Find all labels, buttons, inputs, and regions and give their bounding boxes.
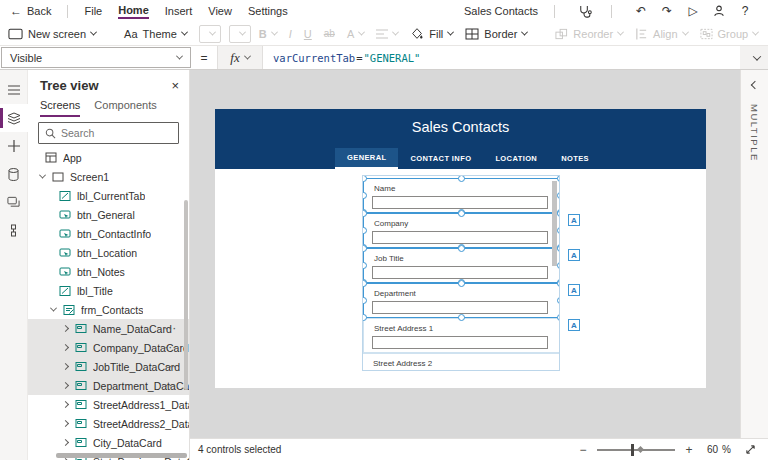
- selection-handle[interactable]: [458, 210, 465, 217]
- font-family-select[interactable]: [199, 25, 221, 43]
- selection-handle[interactable]: [557, 192, 560, 199]
- undo-icon[interactable]: ↶: [628, 4, 654, 18]
- tree-item-lbl-title[interactable]: lbl_Title: [28, 281, 189, 300]
- text-field-badge[interactable]: A: [568, 284, 580, 296]
- streetaddress2-datacard[interactable]: Street Address 2: [363, 353, 560, 371]
- tree-item-lbl-currenttab[interactable]: lbl_CurrentTab: [28, 186, 189, 205]
- tree-vertical-scrollbar[interactable]: [184, 200, 188, 390]
- app-tab-location[interactable]: LOCATION: [483, 148, 549, 169]
- company-datacard[interactable]: Company: [363, 213, 560, 248]
- chevron-collapsed-icon[interactable]: [62, 420, 69, 427]
- tree-item-screen1[interactable]: Screen1: [28, 167, 189, 186]
- text-field-badge[interactable]: A: [568, 249, 580, 261]
- data-sources-icon[interactable]: [0, 160, 28, 188]
- hamburger-menu-icon[interactable]: [0, 76, 28, 104]
- selection-handle[interactable]: [362, 210, 367, 217]
- tree-item-department-datacard[interactable]: Department_DataCard ···: [28, 376, 189, 395]
- chevron-collapsed-icon[interactable]: [62, 325, 69, 332]
- tree-item-company-datacard[interactable]: Company_DataCard ···: [28, 338, 189, 357]
- text-input-field[interactable]: [372, 196, 548, 209]
- more-options-icon[interactable]: ···: [165, 343, 177, 353]
- chevron-expanded-icon[interactable]: [50, 305, 57, 312]
- selection-handle[interactable]: [557, 175, 560, 182]
- formula-bar-expand-button[interactable]: [740, 46, 768, 69]
- bold-button[interactable]: B: [259, 28, 277, 40]
- zoom-slider[interactable]: [597, 449, 675, 451]
- text-input-field[interactable]: [372, 266, 548, 279]
- redo-icon[interactable]: ↷: [654, 4, 680, 18]
- name-datacard[interactable]: Name: [363, 178, 560, 213]
- property-select[interactable]: Visible: [1, 47, 191, 68]
- strikethrough-button[interactable]: ab: [324, 28, 335, 39]
- menu-home[interactable]: Home: [118, 4, 149, 19]
- new-screen-button[interactable]: New screen: [8, 28, 96, 40]
- theme-button[interactable]: Aa Theme: [124, 28, 187, 40]
- zoom-in-button[interactable]: +: [681, 443, 697, 457]
- selection-handle[interactable]: [362, 262, 367, 269]
- menu-settings[interactable]: Settings: [248, 5, 288, 17]
- tab-components[interactable]: Components: [94, 99, 156, 117]
- canvas-area[interactable]: Sales Contacts GENERAL CONTACT INFO LOCA…: [190, 70, 740, 438]
- selection-handle[interactable]: [458, 314, 465, 321]
- tree-item-streetaddress2-datacard[interactable]: StreetAddress2_DataCard: [28, 414, 189, 433]
- chevron-collapsed-icon[interactable]: [62, 344, 69, 351]
- menu-file[interactable]: File: [84, 5, 102, 17]
- selection-handle[interactable]: [557, 280, 560, 287]
- reorder-button[interactable]: Reorder: [555, 28, 623, 40]
- properties-panel-collapsed[interactable]: MULTIPLE: [740, 70, 768, 438]
- selection-handle[interactable]: [557, 314, 560, 321]
- tree-horizontal-scrollbar[interactable]: [56, 453, 187, 458]
- selection-handle[interactable]: [362, 297, 367, 304]
- more-options-icon[interactable]: ···: [165, 381, 177, 391]
- tree-item-btn-notes[interactable]: btn_Notes: [28, 262, 189, 281]
- tree-item-btn-general[interactable]: btn_General: [28, 205, 189, 224]
- selection-handle[interactable]: [557, 210, 560, 217]
- tab-screens[interactable]: Screens: [40, 99, 80, 117]
- tree-item-btn-location[interactable]: btn_Location: [28, 243, 189, 262]
- app-tab-contact-info[interactable]: CONTACT INFO: [398, 148, 483, 169]
- text-field-badge[interactable]: A: [568, 319, 580, 331]
- tree-item-btn-contactinfo[interactable]: btn_ContactInfo: [28, 224, 189, 243]
- selection-handle[interactable]: [557, 245, 560, 252]
- align-button[interactable]: Align: [635, 28, 687, 40]
- underline-button[interactable]: U: [304, 28, 312, 40]
- font-size-select[interactable]: [229, 25, 251, 43]
- selection-handle[interactable]: [458, 175, 465, 182]
- menu-insert[interactable]: Insert: [165, 5, 193, 17]
- form-scrollbar[interactable]: [552, 181, 557, 266]
- chevron-collapsed-icon[interactable]: [62, 382, 69, 389]
- tree-item-city-datacard[interactable]: City_DataCard: [28, 433, 189, 452]
- selection-handle[interactable]: [458, 245, 465, 252]
- chevron-left-icon[interactable]: [750, 81, 758, 89]
- selection-handle[interactable]: [458, 280, 465, 287]
- chevron-collapsed-icon[interactable]: [62, 401, 69, 408]
- selection-handle[interactable]: [557, 227, 560, 234]
- tree-item-name-datacard[interactable]: Name_DataCard ···: [28, 319, 189, 338]
- share-person-icon[interactable]: [706, 4, 732, 18]
- tree-view-icon[interactable]: [0, 104, 28, 132]
- app-header[interactable]: Sales Contacts GENERAL CONTACT INFO LOCA…: [215, 109, 706, 169]
- font-color-button[interactable]: A: [347, 28, 364, 40]
- app-checker-icon[interactable]: [571, 4, 597, 19]
- selection-handle[interactable]: [362, 280, 367, 287]
- text-input-field[interactable]: [372, 336, 548, 349]
- text-field-badge[interactable]: A: [568, 214, 580, 226]
- tree-item-frm-contacts[interactable]: frm_Contacts: [28, 300, 189, 319]
- text-align-button[interactable]: [376, 29, 398, 39]
- jobtitle-datacard[interactable]: Job Title: [363, 248, 560, 283]
- group-button[interactable]: Group: [700, 28, 759, 40]
- selection-handle[interactable]: [362, 245, 367, 252]
- fx-button[interactable]: fx: [217, 46, 263, 69]
- text-input-field[interactable]: [372, 301, 548, 314]
- close-icon[interactable]: ×: [171, 78, 179, 93]
- border-button[interactable]: Border: [465, 28, 527, 40]
- department-datacard[interactable]: Department: [363, 283, 560, 318]
- contacts-form[interactable]: Name Company: [362, 175, 560, 371]
- streetaddress1-datacard[interactable]: Street Address 1: [363, 318, 560, 353]
- help-icon[interactable]: ?: [732, 4, 758, 18]
- chevron-expanded-icon[interactable]: [39, 172, 46, 179]
- advanced-tools-icon[interactable]: [0, 216, 28, 244]
- media-icon[interactable]: [0, 188, 28, 216]
- play-preview-icon[interactable]: ▷: [680, 4, 706, 18]
- selection-handle[interactable]: [557, 297, 560, 304]
